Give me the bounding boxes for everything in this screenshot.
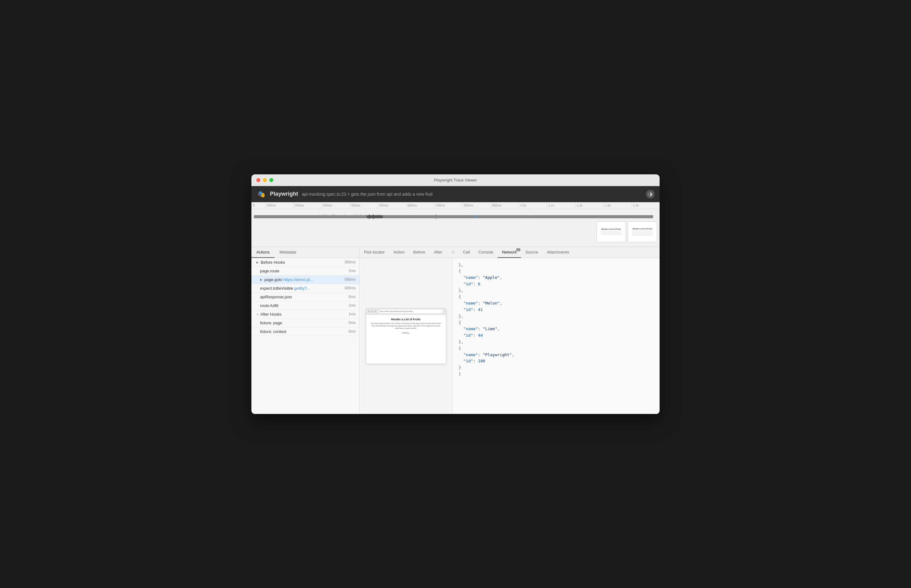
ruler-mark-600: 600ms xyxy=(406,202,434,209)
screenshot-2[interactable]: Render a List of Fruits xyxy=(596,221,626,242)
action-label: apiResponse.json xyxy=(260,295,346,299)
tick-3 xyxy=(435,215,436,219)
action-label: expect.toBeVisible getByT... xyxy=(260,286,342,291)
ruler-mark-700: 700ms xyxy=(434,202,462,209)
browser-page-subtitle: This demo app renders a list of fruits. … xyxy=(370,322,442,330)
playwright-window: Playwright Trace Viewer 🎭 Playwright api… xyxy=(251,174,660,414)
code-line-16: "id": 100 xyxy=(459,358,653,365)
browser-urlbar: https://demo.playwright.dev/api-mocking xyxy=(378,309,443,313)
screenshot-3[interactable]: Render a List of Fruits xyxy=(628,221,657,242)
maximize-button[interactable] xyxy=(269,178,273,182)
browser-chrome: https://demo.playwright.dev/api-mocking xyxy=(366,309,446,315)
browser-content: Render a List of Fruits This demo app re… xyxy=(366,315,446,337)
minimize-button[interactable] xyxy=(263,178,267,182)
end-timeline-bar xyxy=(528,215,653,218)
brand-name: Playwright xyxy=(270,191,298,197)
code-line-3: "name": "Apple", xyxy=(459,275,653,281)
ruler-mark-100: 100ms xyxy=(265,202,293,209)
code-line-6: { xyxy=(459,294,653,300)
action-fixture-page[interactable]: fixture: page 0ms xyxy=(251,319,359,327)
action-page-route[interactable]: page.route 2ms xyxy=(251,267,359,275)
tab-before[interactable]: Before xyxy=(409,247,429,258)
code-line-12: "id": 44 xyxy=(459,332,653,339)
action-label: page.route xyxy=(260,269,346,273)
browser-loading-text: Loading... xyxy=(370,332,442,334)
action-time: 566ms xyxy=(344,277,355,282)
action-after-hooks[interactable]: ∨ After Hooks 1ms xyxy=(251,310,359,319)
action-fixture-context[interactable]: fixture: context 0ms xyxy=(251,327,359,336)
code-line-1: }, xyxy=(459,262,653,268)
tab-external-link[interactable]: ⊡ xyxy=(447,247,459,258)
chevron-icon: ▶ xyxy=(256,261,259,264)
action-time: 0ms xyxy=(349,295,355,299)
main-area: Actions Metadata ▶ Before Hooks 360ms pa… xyxy=(251,247,660,414)
action-time: 1ms xyxy=(349,312,355,316)
main-timeline-bar xyxy=(254,215,528,218)
code-line-14: { xyxy=(459,345,653,352)
traffic-lights xyxy=(256,178,273,182)
code-pane: }, { "name": "Apple", "id": 6 }, { "name… xyxy=(452,258,660,414)
tab-pick-locator[interactable]: Pick locator xyxy=(360,247,389,258)
external-link-icon: ⊡ xyxy=(452,250,454,254)
code-line-17: } xyxy=(459,365,653,371)
actions-list: ▶ Before Hooks 360ms page.route 2ms ▶ pa… xyxy=(251,258,359,414)
code-line-11: "name": "Lime", xyxy=(459,326,653,332)
code-line-13: }, xyxy=(459,339,653,345)
ruler-mark-300: 300ms xyxy=(321,202,349,209)
browser-dot-3 xyxy=(374,310,376,312)
tab-metadata[interactable]: Metadata xyxy=(275,247,301,258)
action-time: 365ms xyxy=(344,286,355,290)
ruler-mark-900: 900ms xyxy=(491,202,518,209)
timeline-ruler: 0 100ms 200ms 300ms 400ms 500ms 600ms 70… xyxy=(251,202,660,209)
right-tabs-row: Pick locator Action Before After ⊡ Call xyxy=(360,247,660,258)
ruler-mark-400: 400ms xyxy=(349,202,378,209)
test-path: api-mocking.spec.ts:23 > gets the json f… xyxy=(302,192,433,197)
tab-actions[interactable]: Actions xyxy=(251,247,275,258)
tick-2 xyxy=(373,215,374,219)
browser-dot-2 xyxy=(371,310,373,312)
timeline-bar[interactable]: 0 100ms 200ms 300ms 400ms 500ms 600ms 70… xyxy=(251,202,660,247)
chevron-icon: ∨ xyxy=(256,313,258,316)
action-label: route.fulfill xyxy=(260,303,346,308)
action-expect-visible[interactable]: expect.toBeVisible getByT... 365ms xyxy=(251,284,359,293)
code-line-7: "name": "Melon", xyxy=(459,300,653,307)
ruler-mark-500: 500ms xyxy=(378,202,406,209)
tab-after[interactable]: After xyxy=(430,247,447,258)
action-time: 0ms xyxy=(349,321,355,325)
right-panel: Pick locator Action Before After ⊡ Call xyxy=(360,247,660,414)
ruler-mark-14: 1.4s xyxy=(632,202,660,209)
action-link: getByT... xyxy=(294,286,310,291)
tab-attachments[interactable]: Attachments xyxy=(543,247,573,258)
ruler-mark-0: 0 xyxy=(251,202,265,209)
code-line-4: "id": 6 xyxy=(459,281,653,288)
action-time: 1ms xyxy=(349,303,355,308)
tab-console[interactable]: Console xyxy=(474,247,498,258)
tab-call[interactable]: Call xyxy=(459,247,474,258)
action-time: 2ms xyxy=(349,269,355,273)
action-page-goto[interactable]: ▶ page.goto https://demo.pl... 566ms xyxy=(251,275,359,284)
tick-blue xyxy=(476,215,477,218)
action-label: fixture: context xyxy=(260,329,346,334)
tab-action[interactable]: Action xyxy=(389,247,409,258)
code-line-2: { xyxy=(459,268,653,275)
content-area: https://demo.playwright.dev/api-mocking … xyxy=(360,258,660,414)
theme-toggle-button[interactable]: ◑ xyxy=(646,190,655,199)
tab-network[interactable]: Network 6 xyxy=(497,247,521,258)
code-line-15: "name": "Playwright", xyxy=(459,352,653,358)
code-line-18: ] xyxy=(459,371,653,378)
action-route-fulfill[interactable]: route.fulfill 1ms xyxy=(251,301,359,310)
close-button[interactable] xyxy=(256,178,260,182)
browser-url: https://demo.playwright.dev/api-mocking xyxy=(380,310,413,312)
ruler-mark-200: 200ms xyxy=(293,202,321,209)
tick-1 xyxy=(369,215,370,219)
browser-dot-1 xyxy=(368,310,370,312)
ruler-mark-1s: 1.0s xyxy=(518,202,547,209)
browser-preview: https://demo.playwright.dev/api-mocking … xyxy=(366,308,446,364)
tab-source[interactable]: Source xyxy=(521,247,543,258)
action-before-hooks[interactable]: ▶ Before Hooks 360ms xyxy=(251,258,359,267)
title-bar: Playwright Trace Viewer xyxy=(251,174,660,186)
code-line-5: }, xyxy=(459,288,653,294)
left-tabs-row: Actions Metadata xyxy=(251,247,359,258)
action-api-response[interactable]: apiResponse.json 0ms xyxy=(251,293,359,301)
action-label: fixture: page xyxy=(260,321,346,325)
